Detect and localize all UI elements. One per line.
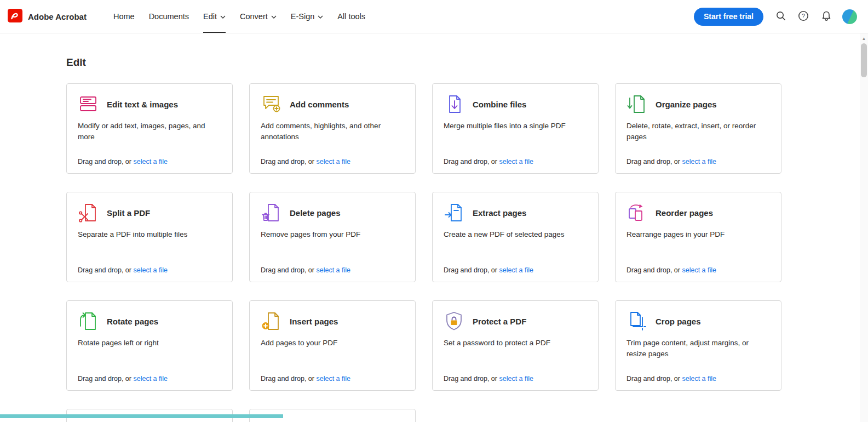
- bottom-teal-bar: [0, 414, 283, 418]
- insert-pages-icon: [261, 311, 281, 331]
- notifications-bell-icon: [821, 10, 832, 23]
- card-footer: Drag and drop, or select a file: [444, 152, 587, 166]
- tools-grid: Edit text & images Modify or add text, i…: [66, 83, 781, 422]
- drag-drop-text: Drag and drop, or: [78, 158, 131, 166]
- tool-card-insert-pages[interactable]: Insert pages Add pages to your PDF Drag …: [249, 300, 416, 391]
- card-footer: Drag and drop, or select a file: [444, 261, 587, 274]
- brand: Adobe Acrobat: [8, 0, 87, 33]
- drag-drop-text: Drag and drop, or: [444, 375, 497, 383]
- start-free-trial-button[interactable]: Start free trial: [694, 8, 763, 26]
- card-title: Add comments: [290, 100, 349, 109]
- card-description: Rearrange pages in your PDF: [626, 229, 770, 240]
- scroll-up-arrow-icon[interactable]: ▲: [860, 35, 868, 42]
- card-footer: Drag and drop, or select a file: [626, 369, 770, 383]
- tool-card-extract-pages[interactable]: Extract pages Create a new PDF of select…: [432, 192, 599, 282]
- select-file-link[interactable]: select a file: [682, 266, 716, 274]
- vertical-scrollbar[interactable]: ▲: [860, 33, 868, 422]
- drag-drop-text: Drag and drop, or: [261, 158, 314, 166]
- nav-item-edit[interactable]: Edit: [196, 0, 233, 33]
- brand-name: Adobe Acrobat: [28, 12, 87, 21]
- card-description: Delete, rotate, extract, insert, or reor…: [626, 121, 770, 143]
- card-description: Remove pages from your PDF: [261, 229, 404, 240]
- select-file-link[interactable]: select a file: [499, 266, 533, 274]
- card-footer: Drag and drop, or select a file: [78, 369, 221, 383]
- svg-text:?: ?: [802, 12, 805, 19]
- card-footer: Drag and drop, or select a file: [444, 369, 587, 383]
- select-file-link[interactable]: select a file: [316, 375, 350, 383]
- drag-drop-text: Drag and drop, or: [444, 266, 497, 274]
- tool-card-crop-pages[interactable]: Crop pages Trim page content, adjust mar…: [615, 300, 781, 391]
- card-title: Insert pages: [290, 317, 338, 326]
- card-title: Reorder pages: [656, 208, 713, 218]
- nav-label: Home: [113, 12, 135, 21]
- select-file-link[interactable]: select a file: [499, 375, 533, 383]
- card-description: Set a password to protect a PDF: [444, 338, 587, 349]
- extract-pages-icon: [444, 203, 464, 223]
- drag-drop-text: Drag and drop, or: [444, 158, 497, 166]
- drag-drop-text: Drag and drop, or: [78, 375, 131, 383]
- delete-pages-icon: [261, 203, 281, 223]
- edit-text-images-icon: [78, 94, 99, 114]
- select-file-link[interactable]: select a file: [133, 158, 168, 166]
- tool-card-edit-text-images[interactable]: Edit text & images Modify or add text, i…: [66, 83, 233, 174]
- tool-card-organize-pages[interactable]: Organize pages Delete, rotate, extract, …: [615, 83, 781, 174]
- card-description: Add pages to your PDF: [261, 338, 404, 349]
- card-title: Combine files: [473, 100, 526, 109]
- card-footer: Drag and drop, or select a file: [261, 152, 404, 166]
- drag-drop-text: Drag and drop, or: [626, 375, 680, 383]
- tool-card-split-pdf[interactable]: Split a PDF Separate a PDF into multiple…: [66, 192, 233, 282]
- card-footer: Drag and drop, or select a file: [261, 369, 404, 383]
- card-title: Split a PDF: [107, 208, 150, 218]
- select-file-link[interactable]: select a file: [316, 158, 350, 166]
- tool-card-add-comments[interactable]: Add comments Add comments, highlights, a…: [249, 83, 416, 174]
- nav-label: Documents: [149, 12, 189, 21]
- tool-card-delete-pages[interactable]: Delete pages Remove pages from your PDF …: [249, 192, 416, 282]
- tool-card-combine-files[interactable]: Combine files Merge multiple files into …: [432, 83, 599, 174]
- help-icon: ?: [798, 10, 809, 23]
- drag-drop-text: Drag and drop, or: [261, 375, 314, 383]
- nav-label: E-Sign: [291, 12, 315, 21]
- split-pdf-icon: [78, 203, 99, 223]
- crop-pages-icon: [626, 311, 647, 331]
- scrollbar-thumb[interactable]: [861, 43, 867, 77]
- card-footer: Drag and drop, or select a file: [626, 261, 770, 274]
- nav-item-documents[interactable]: Documents: [142, 0, 196, 33]
- select-file-link[interactable]: select a file: [133, 266, 168, 274]
- card-description: Modify or add text, images, pages, and m…: [78, 121, 221, 143]
- card-description: Create a new PDF of selected pages: [444, 229, 587, 240]
- card-title: Delete pages: [290, 208, 341, 218]
- tool-card-reorder-pages[interactable]: Reorder pages Rearrange pages in your PD…: [615, 192, 781, 282]
- nav-label: Edit: [203, 12, 217, 21]
- reorder-pages-icon: [626, 203, 647, 223]
- select-file-link[interactable]: select a file: [682, 158, 716, 166]
- drag-drop-text: Drag and drop, or: [626, 266, 680, 274]
- select-file-link[interactable]: select a file: [682, 375, 716, 383]
- help-button[interactable]: ?: [794, 7, 813, 26]
- nav-item-esign[interactable]: E-Sign: [284, 0, 331, 33]
- select-file-link[interactable]: select a file: [499, 158, 533, 166]
- tool-card-rotate-pages[interactable]: Rotate pages Rotate pages left or right …: [66, 300, 233, 391]
- select-file-link[interactable]: select a file: [316, 266, 350, 274]
- card-title: Edit text & images: [107, 100, 178, 109]
- drag-drop-text: Drag and drop, or: [261, 266, 314, 274]
- adobe-acrobat-logo: [8, 9, 22, 25]
- card-title: Extract pages: [473, 208, 526, 218]
- add-comments-icon: [261, 94, 281, 114]
- nav-item-convert[interactable]: Convert: [233, 0, 284, 33]
- nav-item-all-tools[interactable]: All tools: [330, 0, 372, 33]
- card-footer: Drag and drop, or select a file: [78, 152, 221, 166]
- nav-label: All tools: [337, 12, 365, 21]
- card-title: Rotate pages: [107, 317, 158, 326]
- select-file-link[interactable]: select a file: [133, 375, 168, 383]
- main-nav: Home Documents Edit Convert E-Sign All t…: [106, 0, 372, 33]
- card-title: Organize pages: [656, 100, 717, 109]
- user-avatar[interactable]: [842, 9, 857, 24]
- card-description: Rotate pages left or right: [78, 338, 221, 349]
- notifications-button[interactable]: [817, 7, 836, 26]
- search-button[interactable]: [771, 7, 790, 26]
- header-actions: Start free trial ?: [694, 0, 857, 33]
- protect-pdf-icon: [444, 311, 464, 331]
- nav-item-home[interactable]: Home: [106, 0, 142, 33]
- card-description: Add comments, highlights, and other anno…: [261, 121, 404, 143]
- tool-card-protect-pdf[interactable]: Protect a PDF Set a password to protect …: [432, 300, 599, 391]
